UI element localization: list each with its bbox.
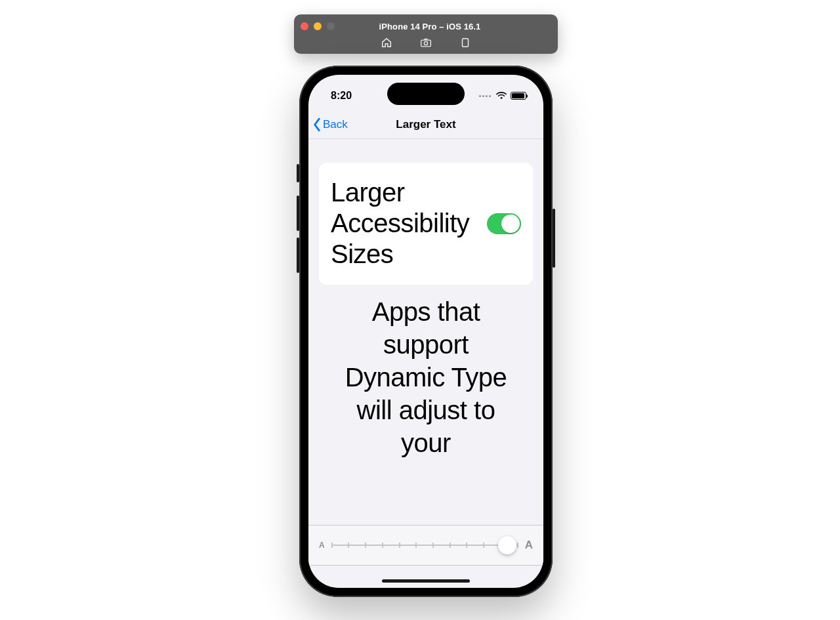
cellular-icon xyxy=(479,95,491,97)
settings-content[interactable]: Larger Accessi­bility Sizes Apps that su… xyxy=(308,139,543,525)
svg-point-1 xyxy=(424,41,427,45)
back-label: Back xyxy=(323,118,348,131)
section-footer-text: Apps that support Dynamic Type will adju… xyxy=(319,295,533,459)
navigation-bar: Back Larger Text xyxy=(308,110,543,139)
larger-accessibility-sizes-row: Larger Accessi­bility Sizes xyxy=(319,163,533,285)
iphone-device-frame: 8:20 Back Larger Text Larger Accessi­bil… xyxy=(299,66,553,597)
svg-rect-2 xyxy=(463,39,469,47)
home-indicator[interactable] xyxy=(382,579,470,583)
device-screen: 8:20 Back Larger Text Larger Accessi­bil… xyxy=(308,75,543,588)
text-size-slider-bar: A A xyxy=(308,525,543,566)
volume-up-button[interactable] xyxy=(297,196,299,231)
dynamic-island xyxy=(387,83,465,105)
text-size-slider[interactable] xyxy=(331,537,518,553)
battery-icon xyxy=(511,92,526,100)
slider-ticks xyxy=(331,543,518,548)
svg-point-4 xyxy=(501,97,503,99)
status-time: 8:20 xyxy=(331,90,352,102)
home-icon[interactable] xyxy=(381,37,392,49)
chevron-left-icon xyxy=(312,117,322,132)
wifi-icon xyxy=(496,92,507,100)
simulator-title: iPhone 14 Pro – iOS 16.1 xyxy=(308,22,551,31)
screenshot-icon[interactable] xyxy=(420,37,432,49)
large-a-glyph: A xyxy=(525,539,533,552)
page-title: Larger Text xyxy=(396,118,455,131)
mute-switch[interactable] xyxy=(297,164,299,182)
side-button[interactable] xyxy=(553,209,555,268)
slider-knob[interactable] xyxy=(498,536,516,554)
simulator-toolbar: iPhone 14 Pro – iOS 16.1 xyxy=(294,14,558,54)
svg-rect-0 xyxy=(421,40,431,47)
volume-down-button[interactable] xyxy=(297,238,299,273)
small-a-glyph: A xyxy=(319,541,325,550)
larger-accessibility-sizes-label: Larger Accessi­bility Sizes xyxy=(331,177,478,270)
larger-accessibility-sizes-toggle[interactable] xyxy=(487,213,521,234)
rotate-icon[interactable] xyxy=(459,37,471,49)
window-close-button[interactable] xyxy=(301,22,308,30)
back-button[interactable]: Back xyxy=(312,110,348,138)
